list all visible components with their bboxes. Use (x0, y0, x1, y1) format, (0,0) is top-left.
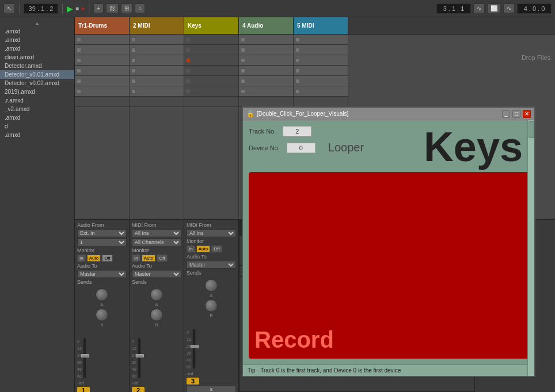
audio-to-select-1[interactable]: Master (77, 270, 127, 278)
send-b-knob-3[interactable] (205, 299, 218, 312)
sidebar-item-clean[interactable]: clean.amxd (0, 53, 74, 62)
send-b-knob-2[interactable] (150, 309, 163, 321)
sidebar-item-v2[interactable]: _v2.amxd (0, 105, 74, 113)
clip-slot-1-5[interactable] (75, 76, 129, 86)
clip-slot-2-2[interactable] (130, 45, 184, 55)
clip-slot-3-6[interactable] (184, 86, 238, 97)
sidebar-item-1[interactable]: .amxd (0, 36, 74, 44)
clip-slot-2-5[interactable] (130, 76, 184, 86)
toolbar-wave2-btn[interactable]: ∿ (503, 3, 515, 13)
channel-number-1[interactable]: 1 (77, 387, 90, 392)
clip-slot-5-1[interactable] (294, 35, 348, 45)
sidebar-item-d[interactable]: d (0, 122, 74, 131)
toolbar-wave1-btn[interactable]: ∿ (473, 3, 485, 13)
sidebar-item-detector[interactable]: Detector.amxd (0, 62, 74, 70)
solo-btn-3[interactable]: S (187, 386, 236, 392)
monitor-in-btn-3[interactable]: In (187, 245, 195, 253)
monitor-in-btn-2[interactable]: In (132, 254, 140, 262)
window-close-btn[interactable]: ✕ (523, 110, 531, 118)
toolbar-arrow-btn[interactable]: ↖ (3, 3, 15, 13)
fader-track-1[interactable] (83, 338, 86, 378)
clip-slot-4-2[interactable] (239, 45, 293, 55)
channel-number-select[interactable]: 1 (77, 238, 127, 246)
fader-handle-3[interactable] (191, 345, 199, 348)
device-no-input[interactable] (287, 143, 315, 153)
send-a-knob-3[interactable] (205, 279, 218, 292)
channel-select-2[interactable]: All Channels (132, 238, 181, 246)
clip-slot-3-2[interactable] (184, 45, 238, 55)
midi-from-select-3[interactable]: All Ins (187, 229, 236, 237)
fader-handle-1[interactable] (81, 354, 89, 357)
clip-slot-1-7[interactable] (75, 97, 129, 107)
clip-slot-4-1[interactable] (239, 35, 293, 45)
toolbar-link-btn[interactable]: ⛓ (106, 3, 119, 13)
clip-slot-5-3[interactable] (294, 55, 348, 66)
sidebar-item-2[interactable]: .amxd (0, 44, 74, 53)
sidebar-scroll-up[interactable]: ▲ (0, 20, 74, 27)
clip-slot-1-2[interactable] (75, 45, 129, 55)
midi-from-select-2[interactable]: All Ins (132, 229, 181, 237)
monitor-off-btn-2[interactable]: Off (157, 254, 168, 262)
clip-slot-2-6[interactable] (130, 86, 184, 97)
track-header-drums[interactable]: Tr1-Drums (75, 17, 130, 34)
sidebar-item-10[interactable]: .amxd (0, 113, 74, 122)
audio-to-select-3[interactable]: Master (187, 261, 236, 269)
clip-slot-1-6[interactable] (75, 86, 129, 97)
clip-slot-1-3[interactable] (75, 55, 129, 66)
record-visual-area[interactable]: Record (249, 172, 529, 359)
sidebar-item-r[interactable]: .r.amxd (0, 96, 74, 105)
sidebar-item-detector-v002[interactable]: Detector_v0.02.amxd (0, 79, 74, 87)
sidebar-item-2019[interactable]: 2019).amxd (0, 87, 74, 96)
send-b-knob-1[interactable] (96, 309, 108, 321)
monitor-off-btn-3[interactable]: Off (211, 245, 222, 253)
track-no-input[interactable] (283, 126, 311, 136)
channel-number-3[interactable]: 3 (187, 378, 199, 385)
monitor-off-btn[interactable]: Off (102, 254, 113, 262)
audio-to-select-2[interactable]: Master (132, 270, 181, 278)
monitor-auto-btn-2[interactable]: Auto (142, 254, 155, 262)
clip-slot-3-3[interactable] (184, 55, 238, 66)
window-minimize-btn[interactable]: _ (502, 110, 510, 118)
toolbar-screen-btn[interactable]: ⬜ (487, 3, 501, 13)
clip-slot-5-6[interactable] (294, 86, 348, 97)
window-maximize-btn[interactable]: □ (512, 110, 520, 118)
track-header-keys[interactable]: Keys (184, 17, 239, 34)
sidebar-item-0[interactable]: .amxd (0, 27, 74, 36)
toolbar-circle-btn[interactable]: ○ (135, 3, 145, 13)
monitor-auto-btn[interactable]: Auto (87, 254, 101, 262)
channel-number-2[interactable]: 2 (132, 387, 145, 392)
stop-button[interactable]: ■ (75, 5, 79, 12)
clip-slot-3-7[interactable] (184, 97, 238, 107)
clip-slot-5-5[interactable] (294, 76, 348, 86)
clip-slot-4-4[interactable] (239, 66, 293, 76)
toolbar-grid-btn[interactable]: ⊞ (121, 3, 132, 13)
window-titlebar[interactable]: 🔒 [Double_Click_For_Looper_Visuals] _ □ … (243, 108, 534, 120)
fader-track-2[interactable] (138, 338, 141, 378)
clip-slot-2-1[interactable] (130, 35, 184, 45)
clip-slot-2-4[interactable] (130, 66, 184, 76)
clip-slot-4-5[interactable] (239, 76, 293, 86)
clip-slot-4-7[interactable] (239, 97, 293, 107)
record-button-toolbar[interactable]: ● (81, 5, 85, 12)
play-button[interactable]: ▶ (67, 4, 73, 13)
track-header-midi5[interactable]: 5 MIDI (294, 17, 348, 34)
toolbar-plus-btn[interactable]: + (93, 3, 104, 13)
clip-slot-3-5[interactable] (184, 76, 238, 86)
audio-from-select[interactable]: Ext. In (77, 229, 127, 237)
sidebar-item-detector-v001[interactable]: Detector_v0.01.amxd (0, 70, 74, 79)
clip-slot-4-3[interactable] (239, 55, 293, 66)
clip-slot-3-1[interactable] (184, 35, 238, 45)
clip-slot-1-4[interactable] (75, 66, 129, 76)
scrollbar-thumb[interactable] (529, 121, 534, 138)
clip-slot-2-3[interactable] (130, 55, 184, 66)
clip-slot-2-7[interactable] (130, 97, 184, 107)
clip-slot-5-4[interactable] (294, 66, 348, 76)
monitor-in-btn[interactable]: In (77, 254, 86, 262)
clip-slot-3-4[interactable] (184, 66, 238, 76)
clip-slot-1-1[interactable] (75, 35, 129, 45)
sidebar-item-12[interactable]: .amxd (0, 131, 74, 139)
send-a-knob-1[interactable] (96, 288, 108, 301)
send-a-knob-2[interactable] (150, 288, 163, 301)
fader-handle-2[interactable] (136, 354, 144, 357)
clip-slot-5-2[interactable] (294, 45, 348, 55)
